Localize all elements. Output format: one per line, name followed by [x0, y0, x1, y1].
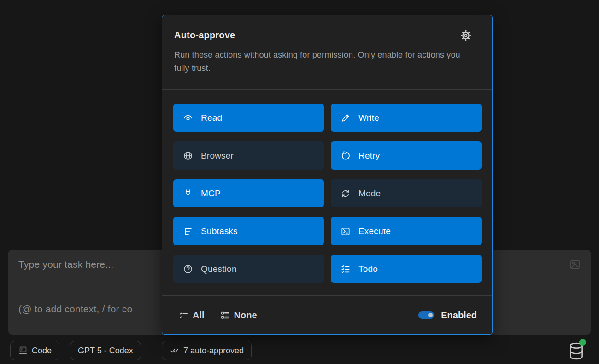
all-label: All [193, 310, 205, 321]
select-all-button[interactable]: All [179, 310, 205, 321]
none-label: None [234, 310, 257, 321]
database-status-button[interactable] [567, 341, 587, 361]
toggle-label: MCP [201, 188, 221, 199]
toggle-label: Todo [358, 264, 378, 274]
checklist-icon [341, 264, 351, 274]
question-icon [183, 264, 193, 274]
mode-label: Code [32, 346, 52, 356]
eye-icon [183, 113, 193, 123]
toggle-knob [428, 313, 433, 317]
auto-approve-grid: Read Write [173, 104, 482, 283]
plug-icon [183, 188, 193, 199]
modal-header: Auto-approve Run these actions without a… [162, 15, 492, 90]
toggle-label: Retry [358, 151, 380, 161]
auto-approve-modal: Auto-approve Run these actions without a… [162, 15, 493, 335]
mode-selector-button[interactable]: Code [10, 341, 59, 360]
app-background: Type your task here... (@ to add context… [0, 0, 599, 364]
toggle-subtasks[interactable]: Subtasks [173, 217, 324, 245]
toggle-label: Browser [201, 151, 234, 161]
toggle-label: Question [201, 264, 237, 274]
checklist-check-icon [179, 311, 188, 320]
toggle-write[interactable]: Write [331, 104, 482, 132]
double-check-icon [170, 346, 180, 356]
toggle-label: Subtasks [201, 226, 238, 236]
toggle-mode[interactable]: Mode [331, 179, 482, 207]
terminal-icon [341, 226, 351, 236]
toggle-question[interactable]: Question [173, 255, 324, 283]
model-label: GPT 5 - Codex [78, 346, 133, 356]
modal-description: Run these actions without asking for per… [174, 48, 475, 75]
toggle-label: Write [358, 113, 379, 123]
toggle-label: Read [201, 113, 222, 123]
checklist-square-icon [220, 311, 230, 320]
toggle-execute[interactable]: Execute [331, 217, 482, 245]
modal-footer: All None Enabled [162, 295, 492, 334]
toggle-read[interactable]: Read [173, 104, 324, 132]
toggle-retry[interactable]: Retry [331, 141, 482, 170]
list-tree-icon [183, 226, 193, 236]
toggle-todo[interactable]: Todo [331, 255, 482, 283]
pencil-icon [341, 113, 351, 123]
toggle-browser[interactable]: Browser [173, 141, 324, 170]
refresh-icon [341, 151, 351, 161]
toggle-mcp[interactable]: MCP [173, 179, 324, 207]
enabled-toggle-switch[interactable] [418, 311, 434, 319]
model-selector-button[interactable]: GPT 5 - Codex [70, 341, 141, 360]
image-icon[interactable] [570, 259, 581, 270]
enabled-label: Enabled [441, 310, 477, 321]
toggle-label: Mode [358, 188, 381, 199]
gear-icon[interactable] [460, 29, 472, 41]
task-input-hint: (@ to add context, / for co [18, 304, 132, 315]
modal-title: Auto-approve [174, 30, 480, 41]
select-none-button[interactable]: None [220, 310, 257, 321]
auto-approved-label: 7 auto-approved [183, 346, 244, 356]
toggle-label: Execute [358, 226, 391, 236]
laptop-icon [18, 346, 28, 356]
sync-icon [341, 188, 351, 199]
globe-icon [183, 151, 193, 161]
task-input-placeholder: Type your task here... [18, 259, 113, 270]
status-dot [579, 339, 586, 346]
auto-approved-button[interactable]: 7 auto-approved [162, 341, 252, 360]
enabled-toggle-group: Enabled [418, 310, 477, 321]
